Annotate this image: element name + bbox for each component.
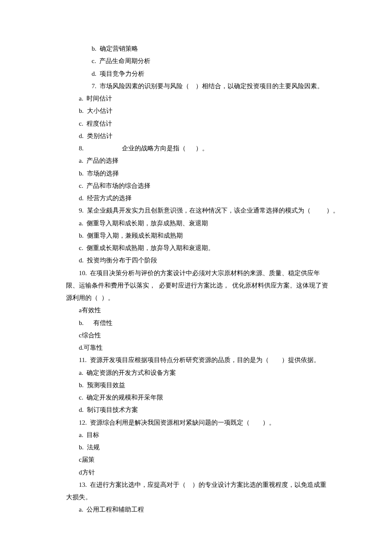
q13-stem-l2: 大损失。	[66, 491, 330, 503]
q11-stem: 11. 资源开发项目应根据项目特点分析研究资源的品质，目的是为（ ）提供依据。	[66, 354, 330, 366]
q7-stem: 7. 市场风险因素的识别要与风险（ ）相结合，以确定投资项目的主要风险因素。	[66, 80, 330, 92]
q11-option-a: a. 确定资源的开发方式和设备方案	[66, 367, 330, 379]
q13-option-a: a. 公用工程和辅助工程	[66, 503, 330, 516]
q9-option-c: c. 侧重成长期和成熟期，放弃导入期和衰退期。	[66, 242, 330, 254]
q10-stem-l2: 限、运输条件和费用予以落实， 必要时应进行方案比选， 优化原材料供应方案。这体现…	[66, 279, 330, 292]
q9-option-b: b. 侧重导入期，兼顾成长期和成熟期	[66, 230, 330, 242]
q12-option-b: b. 法规	[66, 441, 330, 454]
q12-stem: 12. 资源综合利用是解决我国资源相对紧缺问题的一项既定（ ）。	[66, 417, 330, 429]
q11-option-b: b. 预测项目效益	[66, 379, 330, 391]
q11-option-d: d. 制订项目技术方案	[66, 404, 330, 416]
q-prev-option-d: d. 项目竞争力分析	[66, 68, 330, 80]
q-prev-option-b: b. 确定营销策略	[66, 43, 330, 55]
q9-option-a: a. 侧重导入期和成长期，放弃成熟期、衰退期	[66, 217, 330, 230]
q8-option-d: d. 经营方式的选择	[66, 192, 330, 204]
q12-option-a: a. 目标	[66, 429, 330, 441]
q13-stem-l1: 13. 在进行方案比选中，应提高对于（ ）的专业设计方案比选的重视程度，以免造成…	[66, 479, 330, 491]
q7-option-a: a. 时间估计	[66, 92, 330, 105]
q9-option-d: d. 投资均衡分布于四个阶段	[66, 254, 330, 267]
q8-option-c: c. 产品和市场的综合选择	[66, 180, 330, 192]
q10-option-a: a有效性	[66, 304, 330, 316]
q10-stem-l3: 源利用的（ ）。	[66, 292, 330, 304]
q10-option-d: d.可靠性	[66, 342, 330, 354]
q8-option-b: b. 市场的选择	[66, 167, 330, 180]
q10-option-b: b. 有偿性	[66, 317, 330, 329]
q10-stem-l1: 10. 在项目决策分析与评价的方案设计中必须对大宗原材料的来源、质量、稳定供应年	[66, 267, 330, 279]
q9-stem: 9. 某企业颇具开发实力且创新意识强，在这种情况下，该企业通常选择的模式为（ ）…	[66, 204, 330, 217]
q10-option-c: c综合性	[66, 329, 330, 342]
q7-option-c: c. 程度估计	[66, 118, 330, 130]
q7-option-d: d. 类别估计	[66, 130, 330, 142]
q-prev-option-c: c. 产品生命周期分析	[66, 55, 330, 67]
q8-option-a: a. 产品的选择	[66, 155, 330, 167]
q11-option-c: c. 确定开发的规模和开采年限	[66, 391, 330, 404]
q7-option-b: b. 大小估计	[66, 105, 330, 117]
q12-option-d: d方针	[66, 466, 330, 479]
q12-option-c: c届策	[66, 454, 330, 466]
q8-stem: 8. 企业的战略方向是指（ ）。	[66, 142, 330, 155]
